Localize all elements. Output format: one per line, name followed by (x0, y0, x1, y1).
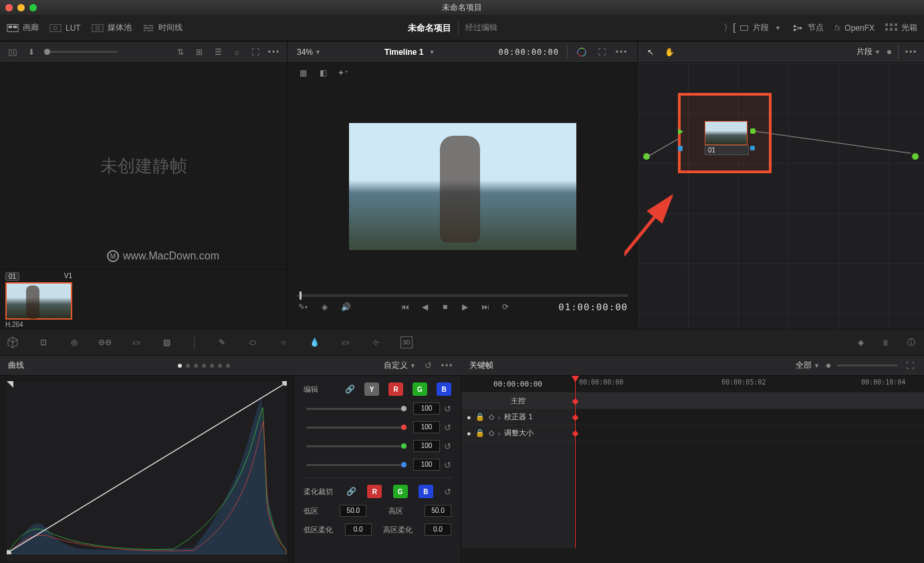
grid-view-icon[interactable]: ⊞ (193, 46, 205, 58)
timeline-dropdown[interactable]: Timeline 1▼ (384, 47, 435, 57)
prev-clip-icon[interactable]: ⏮ (399, 301, 411, 313)
soft-g-chip[interactable]: G (393, 485, 408, 498)
g-chip[interactable]: G (413, 382, 427, 396)
kf-master-track[interactable]: 主控 (461, 393, 574, 409)
zoom-dropdown[interactable]: 34%▼ (297, 47, 321, 57)
soft-link-icon[interactable]: 🔗 (346, 487, 356, 496)
frame-icon[interactable]: ▭ (130, 336, 142, 348)
diagonal-icon[interactable]: ▨ (160, 336, 172, 348)
node-alpha-in-icon[interactable] (678, 146, 683, 151)
curves-pager[interactable] (178, 364, 230, 368)
viewer-timecode[interactable]: 00:00:00:00 (499, 47, 559, 57)
b-slider[interactable] (306, 464, 407, 466)
target-icon[interactable]: ◎ (68, 336, 80, 348)
node-output-icon[interactable] (912, 153, 919, 160)
thumbnail-size-slider[interactable] (44, 51, 118, 53)
node-mode-dropdown[interactable]: 片段▼ (856, 46, 881, 58)
openfx-toggle[interactable]: fx OpenFX (834, 23, 875, 33)
picker-icon[interactable]: ✎ (216, 336, 228, 348)
low-soft-value[interactable]: 0.0 (345, 524, 372, 536)
keyframes-filter-dropdown[interactable]: 全部▼ (796, 360, 820, 371)
clip-thumbnail[interactable]: 01 V1 H.264 (5, 272, 72, 328)
drop-icon[interactable]: 💧 (308, 336, 320, 348)
crop-icon[interactable]: ⊡ (37, 336, 49, 348)
kf-track-resize[interactable]: ● 🔒 ◇ › 调整大小 (461, 425, 574, 441)
kf-timeline[interactable]: 00:00:00:00 00:00:05:02 00:00:10:04 (575, 376, 924, 548)
list-view-icon[interactable]: ☰ (212, 46, 224, 58)
curves-mode-dropdown[interactable]: 自定义▼ (384, 360, 416, 371)
speaker-icon[interactable]: 🔊 (340, 301, 352, 313)
eyedropper-icon[interactable]: ✎▾ (297, 301, 309, 313)
nodes-toggle[interactable]: 节点 (792, 22, 824, 33)
r-slider[interactable] (306, 427, 407, 429)
g-value[interactable]: 100 (413, 440, 440, 452)
link-icon[interactable]: 🔗 (345, 384, 355, 394)
viewer-mode-icon[interactable]: ▦ (297, 67, 309, 79)
close-icon[interactable] (5, 4, 13, 11)
kf-zoom-slider[interactable] (837, 364, 897, 366)
lightbox-toggle[interactable]: 光箱 (885, 22, 917, 33)
panel-layout-icon[interactable]: ▯▯ (7, 46, 19, 58)
play-reverse-icon[interactable]: ◀ (419, 301, 431, 313)
download-icon[interactable]: ⬇ (25, 46, 37, 58)
layers-icon[interactable]: ◈ (318, 301, 330, 313)
high-soft-value[interactable]: 0.0 (425, 524, 451, 536)
soft-r-chip[interactable]: R (367, 485, 382, 498)
3d-icon[interactable]: 3D (400, 336, 413, 348)
g-slider[interactable] (306, 445, 407, 447)
maximize-icon[interactable] (29, 4, 37, 11)
next-clip-icon[interactable]: ⏭ (479, 301, 491, 313)
more-icon[interactable]: ••• (268, 46, 280, 58)
curves-more-icon[interactable]: ••• (441, 360, 453, 372)
soft-reset-icon[interactable]: ↺ (444, 487, 451, 497)
kf-expand-icon[interactable]: ⛶ (904, 360, 916, 372)
ellipse-icon[interactable]: ⬭ (247, 336, 259, 348)
high-value[interactable]: 50.0 (425, 505, 451, 517)
kf-diamond-icon[interactable]: ◇ (489, 413, 494, 421)
node-alpha-out-icon[interactable] (750, 146, 755, 150)
loop-icon[interactable]: ⟳ (499, 301, 511, 313)
node-in-tri-icon[interactable] (678, 128, 683, 135)
y-reset-icon[interactable]: ↺ (444, 404, 451, 414)
color-node[interactable]: 01 (705, 121, 749, 154)
venn-icon[interactable]: ⊖⊖ (99, 336, 111, 348)
kf-track-corrector[interactable]: ● 🔒 ◇ › 校正器 1 (461, 409, 574, 425)
r-reset-icon[interactable]: ↺ (444, 423, 451, 433)
color-wheel-icon[interactable] (576, 46, 588, 58)
scrub-bar[interactable] (297, 294, 628, 297)
clips-toggle[interactable]: 〉[ 片段 ▼ (723, 22, 781, 34)
g-reset-icon[interactable]: ↺ (444, 441, 451, 451)
playhead-timecode[interactable]: 01:00:00:00 (558, 302, 628, 312)
node-graph-panel[interactable]: 01 (638, 63, 924, 329)
split-icon[interactable]: ◧ (317, 67, 329, 79)
search-icon[interactable]: ⌕ (231, 46, 243, 58)
minimize-icon[interactable] (17, 4, 25, 11)
mask-icon[interactable]: ▭ (339, 336, 351, 348)
y-value[interactable]: 100 (413, 403, 440, 415)
low-value[interactable]: 50.0 (340, 505, 366, 517)
r-chip[interactable]: R (388, 382, 403, 396)
b-chip[interactable]: B (437, 382, 451, 396)
fullscreen-icon[interactable]: ⛶ (249, 46, 261, 58)
scopes-icon[interactable]: ◈ (854, 336, 867, 348)
kf-playhead[interactable] (575, 376, 576, 548)
kf-timecode[interactable]: 00:00:00:00 (461, 376, 574, 393)
waveform-icon[interactable]: ⫼ (880, 336, 892, 348)
mediapool-toggle[interactable]: 媒体池 (92, 22, 132, 33)
circle-icon[interactable]: ○ (277, 336, 290, 348)
b-value[interactable]: 100 (413, 459, 440, 471)
viewer-image[interactable] (349, 123, 576, 250)
reset-icon[interactable]: ↺ (423, 360, 435, 372)
clip-thumb-image[interactable] (5, 282, 72, 320)
stop-icon[interactable]: ■ (439, 301, 451, 313)
pointer-icon[interactable]: ↖ (645, 46, 657, 58)
play-icon[interactable]: ▶ (459, 301, 471, 313)
y-slider[interactable] (306, 408, 407, 410)
sort-icon[interactable]: ⇅ (175, 46, 187, 58)
node-out-sq-icon[interactable] (750, 128, 756, 134)
info-icon[interactable]: ⓘ (905, 336, 917, 348)
timeline-toggle[interactable]: 时间线 (142, 22, 183, 33)
tracker-icon[interactable]: ⊹ (370, 336, 382, 348)
lut-toggle[interactable]: LUT (49, 23, 81, 33)
soft-b-chip[interactable]: B (419, 485, 433, 498)
